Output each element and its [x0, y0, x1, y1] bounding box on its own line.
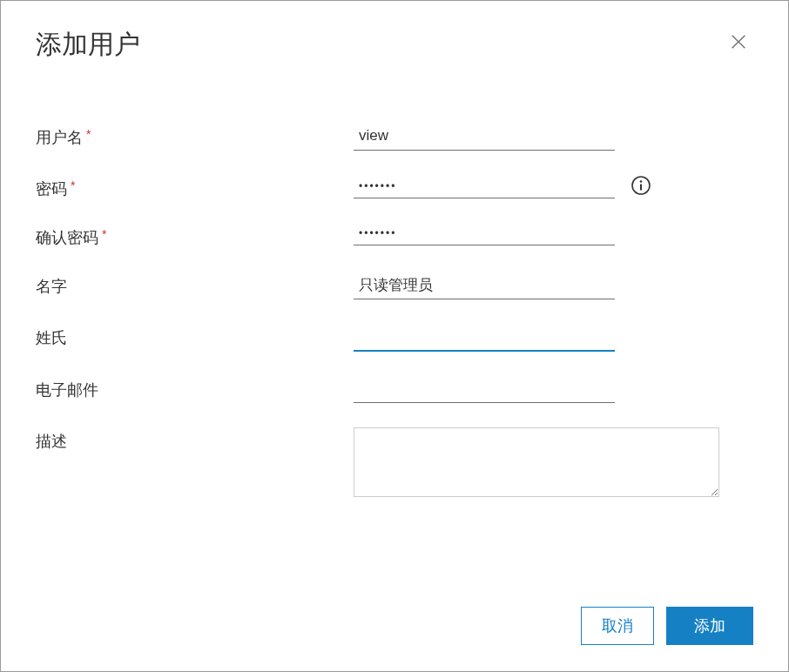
- required-mark: *: [102, 227, 106, 241]
- confirm-password-input[interactable]: [354, 224, 615, 245]
- submit-button[interactable]: 添加: [666, 607, 753, 645]
- svg-point-1: [640, 180, 643, 183]
- field-username: [354, 124, 753, 151]
- info-icon: [631, 175, 651, 199]
- label-username: 用户名*: [36, 124, 354, 148]
- label-last-name-text: 姓氏: [36, 329, 67, 346]
- field-confirm-password: [354, 224, 753, 245]
- field-last-name: [354, 324, 753, 352]
- row-username: 用户名*: [36, 124, 753, 151]
- password-info-button[interactable]: [631, 175, 651, 199]
- label-confirm-password-text: 确认密码: [36, 229, 98, 246]
- dialog-header: 添加用户: [36, 18, 753, 63]
- row-last-name: 姓氏: [36, 324, 753, 352]
- email-input[interactable]: [354, 376, 615, 403]
- required-mark: *: [71, 178, 75, 192]
- label-description-text: 描述: [36, 433, 67, 450]
- dialog-title: 添加用户: [36, 27, 140, 63]
- label-last-name: 姓氏: [36, 324, 354, 348]
- field-email: [354, 376, 753, 403]
- required-mark: *: [86, 127, 91, 141]
- label-first-name-text: 名字: [36, 278, 67, 295]
- row-first-name: 名字: [36, 272, 753, 299]
- username-input[interactable]: [354, 124, 615, 151]
- first-name-input[interactable]: [354, 272, 615, 299]
- field-first-name: [354, 272, 753, 299]
- cancel-button[interactable]: 取消: [581, 607, 654, 645]
- svg-rect-2: [640, 185, 642, 191]
- label-first-name: 名字: [36, 272, 354, 297]
- row-description: 描述: [36, 427, 753, 497]
- description-textarea[interactable]: [354, 427, 719, 497]
- add-user-dialog: 添加用户 用户名* 密码*: [0, 0, 789, 672]
- label-email-text: 电子邮件: [36, 381, 98, 399]
- label-description: 描述: [36, 427, 354, 452]
- close-button[interactable]: [724, 27, 753, 60]
- field-description: [354, 427, 753, 497]
- row-password: 密码*: [36, 175, 753, 199]
- close-icon: [729, 30, 748, 57]
- field-password: [354, 175, 753, 199]
- last-name-input[interactable]: [354, 324, 615, 352]
- label-confirm-password: 确认密码*: [36, 224, 354, 248]
- row-email: 电子邮件: [36, 376, 753, 403]
- label-username-text: 用户名: [36, 129, 83, 146]
- dialog-footer: 取消 添加: [581, 607, 753, 645]
- row-confirm-password: 确认密码*: [36, 224, 753, 248]
- user-form: 用户名* 密码*: [36, 124, 753, 497]
- password-input[interactable]: [354, 177, 615, 198]
- label-password-text: 密码: [36, 180, 67, 198]
- label-password: 密码*: [36, 175, 354, 199]
- label-email: 电子邮件: [36, 376, 354, 400]
